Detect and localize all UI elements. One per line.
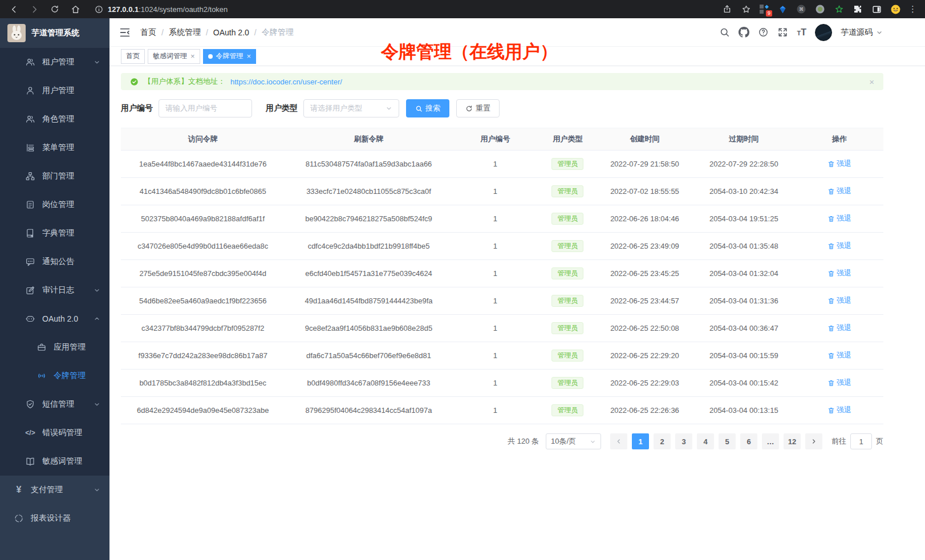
username: 芋道源码 (841, 27, 873, 38)
sms-icon (25, 399, 35, 409)
pager-page-button[interactable]: 2 (654, 433, 671, 449)
user-id-cell: 1 (453, 324, 538, 332)
tab-sensitive-words[interactable]: 敏感词管理 × (148, 49, 200, 64)
sidebar-item-log[interactable]: 审计日志 (0, 276, 109, 305)
dict-icon (25, 228, 35, 238)
force-logout-button[interactable]: 强退 (827, 241, 851, 251)
pager-page-button[interactable]: 5 (719, 433, 736, 449)
browser-menu-icon[interactable]: ⋮ (908, 4, 917, 14)
pager-next-button[interactable] (805, 433, 822, 449)
force-logout-button[interactable]: 强退 (827, 350, 851, 360)
sidebar-item-user[interactable]: 用户管理 (0, 76, 109, 105)
doc-link[interactable]: https://doc.iocoder.cn/user-center/ (230, 78, 342, 86)
search-button[interactable]: 搜索 (406, 99, 449, 117)
force-logout-button[interactable]: 强退 (827, 378, 851, 388)
sidepanel-icon[interactable] (871, 3, 882, 15)
refresh-token-cell: 49d1aa46d1454fbd87591444423be9fa (285, 297, 452, 305)
alert-close-icon[interactable]: × (869, 78, 874, 86)
sidebar-item-post[interactable]: 岗位管理 (0, 190, 109, 219)
star-extension-icon[interactable] (833, 3, 845, 15)
table-header: 访问令牌刷新令牌用户编号用户类型创建时间过期时间操作 (121, 128, 883, 151)
user-type-cell: 管理员 (538, 295, 597, 307)
chevron-down-icon (590, 439, 596, 445)
breadcrumb-oauth[interactable]: OAuth 2.0 (213, 28, 249, 37)
filter-bar: 用户编号 请输入用户编号 用户类型 请选择用户类型 搜索 重置 (121, 99, 883, 117)
pager-page-button[interactable]: 4 (697, 433, 714, 449)
user-id-input[interactable]: 请输入用户编号 (159, 99, 252, 117)
force-logout-button[interactable]: 强退 (827, 323, 851, 333)
sidebar-item-org[interactable]: 部门管理 (0, 162, 109, 190)
user-type-badge: 管理员 (551, 240, 583, 253)
expire-time-cell: 2054-03-04 00:15:59 (692, 351, 796, 360)
force-logout-button[interactable]: 强退 (827, 405, 851, 415)
fullscreen-icon[interactable] (777, 27, 788, 38)
sidebar-item-report[interactable]: 报表设计器 (0, 504, 109, 533)
pager-prev-button[interactable] (610, 433, 627, 449)
bookmark-star-icon[interactable] (740, 3, 752, 15)
force-logout-button[interactable]: 强退 (827, 186, 851, 196)
user-type-select[interactable]: 请选择用户类型 (303, 99, 399, 117)
breadcrumb-home[interactable]: 首页 (140, 27, 156, 38)
pager-page-button[interactable]: 3 (675, 433, 692, 449)
reset-button[interactable]: 重置 (456, 99, 500, 117)
force-logout-button[interactable]: 强退 (827, 268, 851, 278)
collapse-sidebar-icon[interactable] (119, 26, 131, 39)
force-logout-button[interactable]: 强退 (827, 159, 851, 169)
refresh-token-cell: dfa6c71a50a54c66bef706ef9e6e8d81 (285, 351, 452, 360)
sidebar-item-errcode[interactable]: </>错误码管理 (0, 419, 109, 447)
page-size-select[interactable]: 10条/页 (546, 433, 601, 449)
trash-icon (827, 242, 835, 250)
goto-page-input[interactable] (850, 433, 872, 449)
sidebar-menu: 租户管理用户管理角色管理菜单管理部门管理岗位管理字典管理通知公告审计日志OAut… (0, 48, 109, 560)
user-menu[interactable]: 芋道源码 (841, 27, 883, 38)
trash-icon (827, 297, 835, 305)
command-extension-icon[interactable]: ⌘ (796, 3, 807, 15)
tab-label: 令牌管理 (216, 51, 244, 61)
forward-icon[interactable] (29, 3, 40, 15)
search-icon[interactable] (719, 27, 730, 38)
url-bar[interactable]: 127.0.0.1:1024/system/oauth2/token (89, 2, 713, 17)
gem-extension-icon[interactable] (777, 3, 788, 15)
site-info-icon[interactable] (95, 5, 103, 14)
avatar[interactable] (815, 24, 832, 41)
sidebar-item-sensitive[interactable]: 敏感词管理 (0, 447, 109, 476)
font-size-icon[interactable]: TT (797, 28, 806, 37)
chevron-down-icon (876, 29, 883, 36)
force-logout-button[interactable]: 强退 (827, 295, 851, 306)
extension-grid-icon[interactable]: 9 (759, 4, 769, 14)
github-icon[interactable] (739, 27, 749, 38)
sidebar-item-app[interactable]: 应用管理 (0, 333, 109, 362)
sidebar-item-dict[interactable]: 字典管理 (0, 219, 109, 247)
home-icon[interactable] (70, 3, 81, 15)
pager-page-button[interactable]: 1 (632, 433, 649, 449)
tab-token-management[interactable]: 令牌管理 × (203, 49, 257, 64)
puzzle-extensions-icon[interactable] (852, 3, 863, 15)
force-logout-button[interactable]: 强退 (827, 213, 851, 224)
pager-page-button[interactable]: 12 (784, 433, 801, 449)
pager-ellipsis[interactable]: … (762, 433, 779, 449)
sidebar-item-oauth[interactable]: OAuth 2.0 (0, 305, 109, 333)
force-logout-label: 强退 (837, 186, 851, 196)
reload-icon[interactable] (49, 3, 60, 15)
share-icon[interactable] (721, 3, 733, 15)
sidebar-item-sms[interactable]: 短信管理 (0, 390, 109, 419)
sidebar-item-notice[interactable]: 通知公告 (0, 247, 109, 276)
help-icon[interactable] (758, 27, 769, 38)
sidebar-item-menu-tree[interactable]: 菜单管理 (0, 133, 109, 162)
breadcrumb-system[interactable]: 系统管理 (169, 27, 201, 38)
chevron-down-icon (94, 59, 100, 66)
close-icon[interactable]: × (190, 52, 195, 60)
trash-icon (827, 270, 835, 277)
sidebar-item-users[interactable]: 角色管理 (0, 105, 109, 133)
pager-page-button[interactable]: 6 (740, 433, 757, 449)
emoji-profile-icon[interactable] (890, 3, 901, 15)
record-extension-icon[interactable] (814, 3, 826, 15)
tab-home[interactable]: 首页 (121, 49, 145, 64)
trash-icon (827, 379, 835, 387)
sidebar-item-users[interactable]: 租户管理 (0, 48, 109, 76)
sidebar-item-pay[interactable]: ¥支付管理 (0, 476, 109, 504)
back-icon[interactable] (8, 3, 19, 15)
sidebar-item-token[interactable]: 令牌管理 (0, 362, 109, 390)
table-row: 1ea5e44f8bc1467aaede43144f31de76811c5304… (121, 151, 883, 178)
close-icon[interactable]: × (247, 52, 251, 60)
